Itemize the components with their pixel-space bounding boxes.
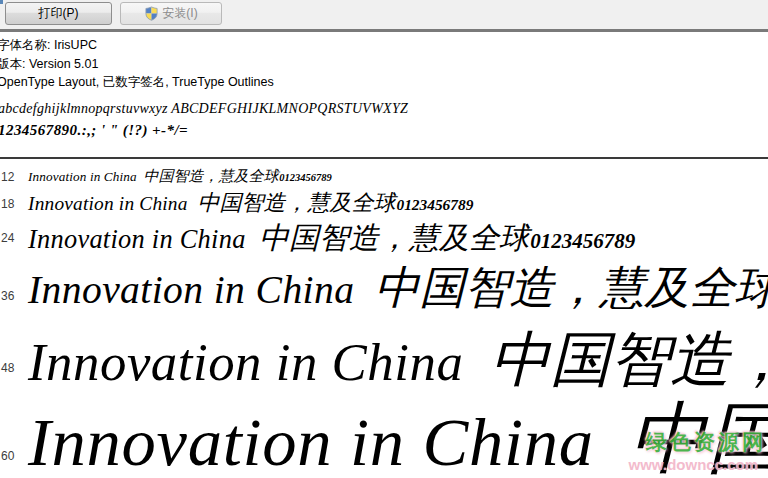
preview-latin-36: Innovation in China — [28, 268, 354, 312]
preview-cjk-24: 中国智造，慧及全球 — [259, 221, 529, 254]
font-info-block: 字体名称: IrisUPC 版本: Version 5.01 OpenType … — [0, 36, 767, 92]
size-label-36: 36 — [1, 289, 14, 303]
preview-cjk-36: 中国智造，慧及全球 — [375, 263, 768, 313]
preview-latin-60: Innovation in China — [28, 404, 594, 478]
preview-row-12: Innovation in China中国智造，慧及全球0123456789 — [28, 168, 332, 185]
install-button[interactable]: 安装(I) — [120, 2, 222, 25]
print-button[interactable]: 打印(P) — [5, 2, 112, 25]
font-name-line: 字体名称: IrisUPC — [0, 36, 767, 55]
size-label-48: 48 — [1, 361, 14, 375]
watermark-site-url: www.downcc.com — [578, 456, 768, 473]
section-divider — [0, 157, 768, 159]
size-label-24: 24 — [1, 231, 14, 245]
window-edge-fragment — [0, 0, 3, 4]
alphabet-sample: abcdefghijklmnopqrstuvwxyz ABCDEFGHIJKLM… — [0, 101, 768, 117]
print-button-label: 打印(P) — [39, 5, 79, 22]
size-label-12: 12 — [1, 170, 14, 184]
preview-digits-18: 0123456789 — [396, 196, 473, 213]
preview-latin-12: Innovation in China — [28, 169, 137, 184]
watermark: 绿色资源网 www.downcc.com — [578, 428, 768, 473]
preview-cjk-48: 中国智造，慧及全球 — [490, 327, 768, 393]
font-details-line: OpenType Layout, 已数字签名, TrueType Outline… — [0, 73, 767, 92]
preview-cjk-18: 中国智造，慧及全球 — [198, 190, 396, 215]
font-version-line: 版本: Version 5.01 — [0, 55, 767, 74]
watermark-site-name: 绿色资源网 — [578, 428, 768, 456]
preview-latin-48: Innovation in China — [28, 333, 463, 391]
preview-digits-12: 0123456789 — [279, 172, 332, 183]
preview-row-24: Innovation in China中国智造，慧及全球0123456789 — [28, 221, 635, 254]
preview-digits-24: 0123456789 — [530, 229, 635, 253]
toolbar-separator — [0, 29, 768, 32]
preview-cjk-12: 中国智造，慧及全球 — [144, 168, 279, 184]
preview-row-48: Innovation in China中国智造，慧及全球0123456789 — [28, 327, 768, 393]
preview-latin-24: Innovation in China — [28, 224, 246, 254]
preview-latin-18: Innovation in China — [28, 193, 188, 214]
font-viewer-window: { "toolbar": { "print_label": "打印(P)", "… — [0, 0, 768, 478]
preview-row-18: Innovation in China中国智造，慧及全球0123456789 — [28, 191, 473, 215]
size-label-60: 60 — [1, 449, 14, 463]
numerals-sample: 1234567890.:,; ' " (!?) +-*/= — [0, 122, 768, 139]
uac-shield-icon — [144, 6, 159, 21]
preview-row-36: Innovation in China中国智造，慧及全球0123456789 — [28, 264, 768, 314]
toolbar: 打印(P) 安装(I) — [0, 0, 768, 29]
size-label-18: 18 — [1, 197, 14, 211]
install-button-label: 安装(I) — [162, 5, 197, 22]
